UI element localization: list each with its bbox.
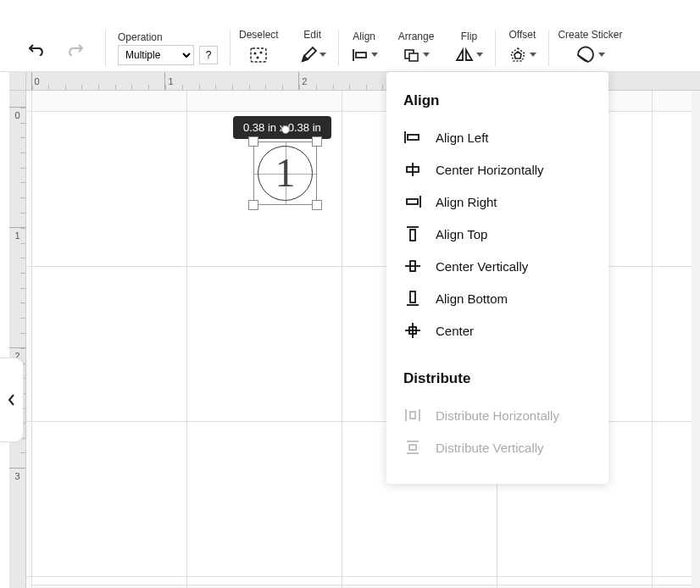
edit-group: Edit [287,25,338,71]
create-sticker-group: Create Sticker [549,25,631,71]
rotate-handle[interactable] [281,125,290,134]
deselect-label: Deselect [239,29,279,41]
arrange-label: Arrange [398,31,435,42]
operation-label: Operation [118,31,163,43]
center-horizontally-icon [403,162,422,177]
caret-icon [371,53,378,57]
center-vertically-item[interactable]: Center Vertically [400,250,595,282]
offset-group: Offset [496,25,548,71]
history-group [0,25,105,71]
center-icon [403,323,422,338]
svg-rect-11 [408,135,419,140]
svg-rect-5 [356,53,366,58]
align-right-item[interactable]: Align Right [400,186,595,218]
operation-help-button[interactable]: ? [199,46,218,64]
arrange-group: Arrange [390,25,443,71]
object-glyph: 1 [275,149,296,196]
operation-group: Operation Multiple ? [106,25,230,71]
arrange-button[interactable] [399,44,433,66]
flip-button[interactable] [451,44,486,66]
svg-marker-9 [514,52,521,58]
offset-button[interactable] [504,42,540,68]
flip-label: Flip [461,31,477,42]
align-left-item[interactable]: Align Left [400,121,595,153]
undo-button[interactable] [22,37,49,59]
svg-point-3 [257,56,259,58]
caret-icon [476,53,483,57]
redo-button[interactable] [63,37,90,59]
distribute-horizontally-icon [403,408,422,423]
create-sticker-label: Create Sticker [558,29,622,41]
edit-button[interactable] [296,42,330,68]
vertical-scrollbar[interactable] [692,72,700,588]
offset-label: Offset [508,29,536,41]
svg-rect-17 [410,230,415,241]
edit-label: Edit [303,29,321,41]
distribute-section-title: Distribute [400,370,595,387]
distribute-vertically-item: Distribute Vertically [400,431,595,463]
svg-point-1 [254,52,257,54]
panel-collapse-tab[interactable] [0,358,24,442]
svg-rect-15 [407,199,418,204]
deselect-button[interactable] [245,42,272,68]
distribute-vertically-icon [403,440,422,455]
toolbar: Operation Multiple ? Deselect Edit Align… [0,25,700,72]
resize-handle-tl[interactable] [248,136,258,147]
align-label: Align [353,31,375,42]
caret-icon [319,53,326,57]
vertical-ruler[interactable]: 0 1 2 3 [9,91,26,588]
align-right-icon [403,194,422,209]
distribute-horizontally-item: Distribute Horizontally [400,399,595,431]
align-top-icon [403,226,422,241]
align-bottom-item[interactable]: Align Bottom [400,282,595,314]
resize-handle-bl[interactable] [248,200,258,210]
operation-select[interactable]: Multiple [118,45,194,65]
align-section-title: Align [400,92,595,109]
caret-icon [530,53,536,57]
resize-handle-br[interactable] [312,200,322,210]
svg-rect-0 [251,48,266,62]
selection-box[interactable]: 1 [253,141,317,205]
align-dropdown-panel: Align Align Left Center Horizontally Ali… [386,72,608,484]
chevron-left-icon [8,393,16,407]
align-left-icon [403,130,422,145]
svg-rect-7 [409,53,418,61]
align-bottom-icon [403,291,422,306]
flip-group: Flip [442,25,495,71]
center-horizontally-item[interactable]: Center Horizontally [400,153,595,186]
svg-rect-30 [409,445,416,450]
align-top-item[interactable]: Align Top [400,218,595,250]
ruler-corner [9,72,26,91]
create-sticker-button[interactable] [571,42,608,68]
caret-icon [598,53,605,57]
svg-point-2 [260,51,263,53]
center-vertically-icon [403,258,422,274]
deselect-group: Deselect [231,25,287,71]
caret-icon [423,53,430,57]
align-group: Align [339,25,390,71]
svg-rect-21 [410,291,415,302]
center-item[interactable]: Center [400,314,595,347]
resize-handle-tr[interactable] [312,136,322,147]
align-button[interactable] [347,44,381,66]
svg-rect-27 [410,412,415,419]
